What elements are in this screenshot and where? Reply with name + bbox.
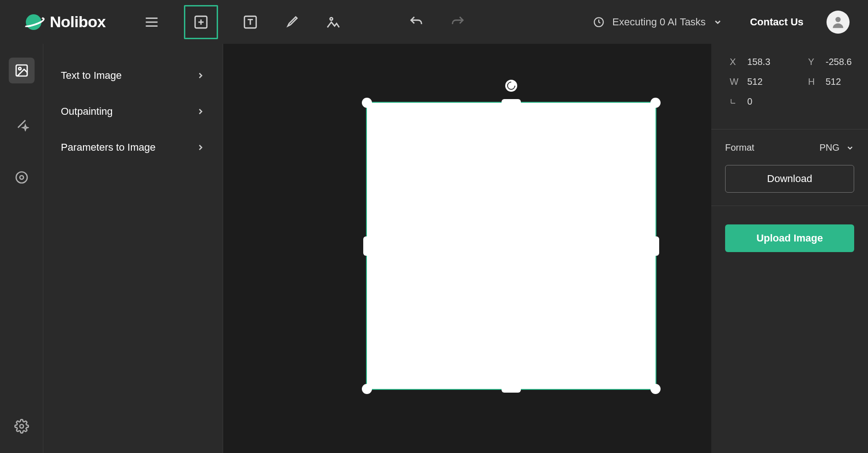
download-button-label: Download <box>767 173 812 185</box>
sidebar-item-outpainting[interactable]: Outpainting <box>53 94 213 129</box>
svg-point-12 <box>16 172 27 183</box>
prop-y[interactable]: Y -258.6 <box>808 57 863 67</box>
contact-us-link[interactable]: Contact Us <box>750 16 803 28</box>
prop-rotation[interactable]: 0 <box>730 96 785 107</box>
prop-x[interactable]: X 158.3 <box>730 57 785 67</box>
chevron-right-icon <box>196 71 205 80</box>
user-avatar[interactable] <box>827 11 850 34</box>
rail-magic-tab[interactable] <box>9 111 35 137</box>
sidebar: Text to Image Outpainting Parameters to … <box>43 44 223 453</box>
svg-point-11 <box>18 67 21 70</box>
sidebar-item-parameters-to-image[interactable]: Parameters to Image <box>53 129 213 165</box>
upload-button-label: Upload Image <box>756 232 823 244</box>
svg-point-9 <box>835 17 840 22</box>
left-rail <box>0 44 43 453</box>
planet-icon <box>23 12 44 33</box>
prop-y-value: -258.6 <box>826 57 852 67</box>
target-icon <box>14 170 29 185</box>
sidebar-item-label: Text to Image <box>61 70 122 82</box>
prop-h-label: H <box>808 76 819 87</box>
transform-properties: X 158.3 Y -258.6 W 512 H 512 <box>711 44 868 129</box>
prop-w[interactable]: W 512 <box>730 76 785 87</box>
header-bar: Nolibox <box>0 0 868 44</box>
right-panel: X 158.3 Y -258.6 W 512 H 512 <box>711 44 868 453</box>
redo-button[interactable] <box>449 13 467 31</box>
upload-section: Upload Image <box>711 206 868 271</box>
toolbar <box>142 5 467 39</box>
task-status[interactable]: Executing 0 AI Tasks <box>593 16 722 28</box>
format-section: Format PNG Download <box>711 129 868 206</box>
prop-h[interactable]: H 512 <box>808 76 863 87</box>
prop-rotation-value: 0 <box>747 96 752 107</box>
brush-tool-button[interactable] <box>283 13 301 31</box>
svg-point-14 <box>20 424 24 428</box>
app-name: Nolibox <box>50 13 106 31</box>
selection-frame[interactable] <box>366 102 656 390</box>
prop-w-label: W <box>730 76 741 87</box>
chevron-right-icon <box>196 107 205 116</box>
sidebar-item-text-to-image[interactable]: Text to Image <box>53 58 213 94</box>
format-value: PNG <box>820 142 839 153</box>
chevron-right-icon <box>196 143 205 152</box>
chevron-down-icon <box>713 18 722 27</box>
prop-h-value: 512 <box>826 76 841 87</box>
rail-settings-tab[interactable] <box>9 413 35 439</box>
resize-handle-right[interactable] <box>653 236 659 256</box>
logo[interactable]: Nolibox <box>23 12 106 33</box>
rotate-handle[interactable] <box>505 80 517 92</box>
download-button[interactable]: Download <box>725 165 854 193</box>
svg-point-7 <box>330 18 333 20</box>
upload-image-button[interactable]: Upload Image <box>725 224 854 252</box>
resize-handle-top[interactable] <box>502 99 521 106</box>
angle-icon <box>730 96 741 107</box>
resize-handle-tl[interactable] <box>362 98 372 108</box>
sidebar-item-label: Parameters to Image <box>61 141 155 153</box>
rail-target-tab[interactable] <box>9 165 35 190</box>
magic-wand-icon <box>14 117 29 131</box>
sidebar-item-label: Outpainting <box>61 106 113 118</box>
rail-image-tab[interactable] <box>9 58 35 83</box>
prop-y-label: Y <box>808 57 819 67</box>
resize-handle-tr[interactable] <box>650 98 661 108</box>
text-tool-button[interactable] <box>241 13 260 31</box>
menu-button[interactable] <box>142 13 161 31</box>
format-label: Format <box>725 142 754 153</box>
resize-handle-left[interactable] <box>363 236 370 256</box>
gear-icon <box>14 419 29 434</box>
add-frame-button[interactable] <box>184 5 218 39</box>
resize-handle-br[interactable] <box>650 384 661 394</box>
image-tool-button[interactable] <box>324 13 342 31</box>
resize-handle-bottom[interactable] <box>502 386 521 393</box>
prop-x-label: X <box>730 57 741 67</box>
chevron-down-icon <box>846 144 854 152</box>
image-icon <box>14 63 29 78</box>
prop-x-value: 158.3 <box>747 57 770 67</box>
format-select[interactable]: PNG <box>820 142 854 153</box>
resize-handle-bl[interactable] <box>362 384 372 394</box>
canvas-area[interactable] <box>223 44 711 453</box>
undo-button[interactable] <box>407 13 425 31</box>
prop-w-value: 512 <box>747 76 762 87</box>
svg-point-13 <box>20 176 24 179</box>
clock-icon <box>593 16 605 28</box>
person-icon <box>830 14 846 30</box>
task-status-label: Executing 0 AI Tasks <box>612 16 706 28</box>
